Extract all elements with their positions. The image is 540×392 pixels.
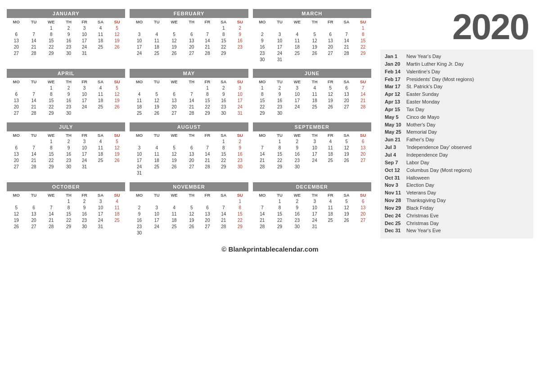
day-header-fr: FR [76,19,92,25]
calendar-day: 1 [199,85,215,91]
calendar-table: MOTUWETHFRSASU12345678910111213141516171… [7,79,125,116]
calendar-day: 16 [288,151,306,157]
calendar-week-row: 6789101112 [7,144,125,151]
day-header-mo: MO [130,132,148,138]
calendar-day: 26 [109,157,126,163]
calendar-day [92,110,109,116]
day-header-we: WE [42,79,61,85]
calendar-day: 14 [199,151,215,157]
calendar-day: 19 [7,217,26,223]
calendar-day [199,198,215,204]
calendar-day [165,85,184,91]
calendar-day: 28 [338,50,355,56]
calendar-day: 4 [323,198,338,204]
holiday-name: Halloween [406,175,429,181]
calendar-day: 19 [149,104,165,110]
calendar-day: 8 [42,144,61,151]
calendar-day: 10 [307,144,323,151]
calendar-day: 21 [253,217,272,223]
calendar-day: 3 [232,85,248,91]
day-header-th: TH [61,192,76,198]
calendar-day: 29 [42,110,61,116]
calendar-day: 17 [76,37,92,44]
day-header-tu: TU [149,132,165,138]
calendar-day [42,198,61,204]
calendar-day [149,198,165,204]
day-header-sa: SA [92,79,109,85]
calendar-day: 2 [288,138,306,144]
calendar-day: 25 [92,104,109,110]
month-block-december: DECEMBERMOTUWETHFRSASU123456789101112131… [253,182,371,239]
holiday-date: May 5 [385,114,404,121]
holiday-name: Christmas Eve [406,212,439,219]
calendar-day: 23 [253,50,272,56]
day-header-fr: FR [323,192,338,198]
holiday-date: Apr 13 [385,99,404,105]
calendar-week-row: 13141516171819 [7,37,125,44]
month-block-january: JANUARYMOTUWETHFRSASU1234567891011121314… [7,9,125,65]
calendar-day: 18 [149,44,165,50]
day-header-fr: FR [76,192,92,198]
calendar-day: 17 [307,211,323,217]
holiday-name: Easter Sunday [406,91,439,98]
day-header-we: WE [42,19,61,25]
calendar-week-row: 20212223242526 [7,104,125,110]
day-header-fr: FR [199,132,215,138]
calendar-table: MOTUWETHFRSASU12345678910111213141516171… [253,192,371,230]
holiday-row: Oct 31Halloween [385,175,529,181]
calendar-day: 12 [165,151,184,157]
calendar-day: 15 [272,151,288,157]
holiday-row: Apr 12Easter Sunday [385,91,529,98]
holiday-name: Election Day [406,182,434,189]
day-header-sa: SA [92,19,109,25]
calendar-day: 28 [42,223,61,230]
calendar-day: 19 [338,151,355,157]
holiday-row: Dec 24Christmas Eve [385,212,529,219]
day-header-th: TH [307,79,323,85]
calendar-day: 21 [253,157,272,163]
holiday-name: Cinco de Mayo [406,114,439,121]
calendar-day: 18 [323,211,338,217]
calendar-day: 16 [76,211,92,217]
calendar-day: 26 [165,50,184,56]
day-header-th: TH [184,79,199,85]
calendar-day: 23 [61,44,76,50]
day-header-we: WE [288,132,306,138]
calendar-week-row: 567891011 [7,204,125,211]
holiday-name: Labor Day [406,159,429,166]
calendar-day: 14 [184,97,199,104]
day-header-fr: FR [76,79,92,85]
holiday-row: Nov 11Veterans Day [385,189,529,196]
calendar-day: 29 [215,50,232,56]
footer: © Blankprintablecalendar.com [7,243,533,253]
day-header-sa: SA [92,192,109,198]
calendar-day: 6 [7,144,26,151]
calendar-day: 21 [215,217,232,223]
calendar-day: 12 [338,204,355,211]
calendar-day: 20 [184,44,199,50]
calendar-day: 20 [355,151,371,157]
calendar-day [109,50,126,56]
calendar-day: 28 [253,163,272,170]
calendar-table: MOTUWETHFRSASU12345678910111213141516171… [130,79,248,116]
calendar-day: 4 [165,204,184,211]
calendar-day: 3 [76,138,92,144]
calendar-week-row: 13141516171819 [7,97,125,104]
calendar-day: 23 [232,44,248,50]
calendar-table: MOTUWETHFRSASU12345678910111213141516171… [7,19,125,56]
calendar-day: 9 [61,31,76,37]
calendar-day: 8 [355,31,371,37]
month-header: FEBRUARY [130,9,248,18]
calendar-day: 9 [76,204,92,211]
calendar-table: MOTUWETHFRSASU12345678910111213141516171… [7,132,125,170]
calendar-day: 30 [253,56,272,63]
calendar-day [215,230,232,236]
day-header-we: WE [288,79,306,85]
calendar-day [355,56,371,63]
calendar-day: 16 [288,211,306,217]
calendar-day [323,223,338,230]
calendar-day: 16 [61,37,76,44]
calendar-day: 13 [323,37,338,44]
calendar-day: 15 [355,37,371,44]
calendar-day: 17 [149,217,165,223]
